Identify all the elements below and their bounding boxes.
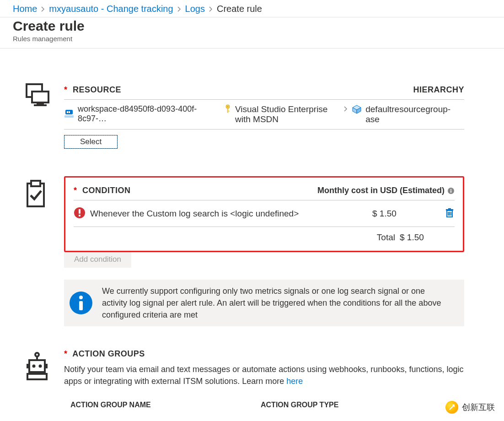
svg-rect-29 <box>29 360 45 372</box>
svg-rect-27 <box>79 301 83 310</box>
add-condition-button: Add condition <box>64 251 131 268</box>
condition-total-row: Total $ 1.50 <box>74 227 455 251</box>
svg-rect-22 <box>448 208 451 209</box>
chevron-right-icon <box>343 104 348 112</box>
watermark-icon <box>445 401 458 414</box>
resource-section: * RESOURCE HIERARCHY workspace- <box>23 81 481 149</box>
resource-icon <box>23 82 52 108</box>
resource-workspace-name: workspace-d84950f8-d093-400f-8c97-… <box>78 104 224 124</box>
svg-rect-2 <box>37 103 44 104</box>
resource-title-label: RESOURCE <box>73 85 121 94</box>
resource-title: * RESOURCE <box>64 85 121 95</box>
required-star: * <box>64 349 68 358</box>
svg-rect-10 <box>227 108 228 113</box>
svg-point-35 <box>35 353 39 356</box>
chevron-right-icon <box>177 6 182 12</box>
breadcrumb-home[interactable]: Home <box>13 4 37 14</box>
svg-rect-5 <box>67 111 68 113</box>
condition-title-label: CONDITION <box>82 186 131 195</box>
hierarchy-resource-group: defaultresourcegroup-ase <box>365 104 464 124</box>
svg-rect-16 <box>450 189 451 190</box>
robot-icon <box>23 351 51 380</box>
watermark: 创新互联 <box>441 398 499 416</box>
svg-rect-3 <box>34 104 47 106</box>
page-header: Create rule Rules management <box>0 17 504 49</box>
condition-highlight: * CONDITION Monthly cost in USD (Estimat… <box>64 176 464 252</box>
total-value: $ 1.50 <box>400 232 436 243</box>
info-icon[interactable] <box>447 187 455 194</box>
watermark-text: 创新互联 <box>462 402 495 413</box>
page-subtitle: Rules management <box>13 35 491 43</box>
svg-rect-6 <box>69 111 70 113</box>
clipboard-check-icon <box>23 180 48 208</box>
breadcrumb: Home mxyausauto - Change tracking Logs C… <box>0 0 504 17</box>
svg-rect-21 <box>446 209 453 210</box>
svg-rect-1 <box>32 92 48 103</box>
key-icon <box>224 104 231 115</box>
monthly-cost-label: Monthly cost in USD (Estimated) <box>317 186 445 195</box>
breadcrumb-current: Create rule <box>217 4 262 14</box>
learn-more-link[interactable]: here <box>286 377 303 386</box>
condition-row[interactable]: Whenever the Custom log search is <logic… <box>74 200 455 227</box>
svg-point-9 <box>227 106 229 108</box>
svg-point-32 <box>32 365 36 368</box>
chevron-right-icon <box>41 6 45 12</box>
svg-rect-13 <box>31 181 40 186</box>
breadcrumb-logs[interactable]: Logs <box>185 4 205 14</box>
svg-rect-30 <box>27 364 29 368</box>
hierarchy-subscription: Visual Studio Enterprise with MSDN <box>235 104 340 124</box>
select-resource-button[interactable]: Select <box>64 135 118 149</box>
condition-info-text: We currently support configuring only tw… <box>97 280 464 326</box>
action-group-table-headers: ACTION GROUP NAME ACTION GROUP TYPE <box>64 401 464 409</box>
info-icon <box>69 291 93 315</box>
condition-info-box: We currently support configuring only tw… <box>64 280 464 326</box>
svg-rect-19 <box>79 215 80 216</box>
action-groups-title-label: ACTION GROUPS <box>72 349 145 358</box>
svg-rect-31 <box>45 364 48 368</box>
action-group-type-header: ACTION GROUP TYPE <box>261 401 338 409</box>
resource-group-icon <box>352 104 362 116</box>
page-title: Create rule <box>13 18 491 34</box>
svg-point-28 <box>79 296 83 299</box>
svg-rect-7 <box>64 115 74 118</box>
hierarchy-title: HIERARCHY <box>413 85 464 95</box>
action-groups-title: * ACTION GROUPS <box>64 349 464 361</box>
breadcrumb-automation[interactable]: mxyausauto - Change tracking <box>49 4 173 14</box>
workspace-icon <box>64 109 74 119</box>
resource-row: workspace-d84950f8-d093-400f-8c97-… <box>64 100 464 130</box>
svg-rect-15 <box>450 190 451 193</box>
alert-icon <box>74 207 86 220</box>
required-star: * <box>74 186 77 195</box>
condition-cost: $ 1.50 <box>372 209 436 219</box>
condition-text: Whenever the Custom log search is <logic… <box>90 209 372 219</box>
condition-title: * CONDITION <box>74 186 131 195</box>
svg-point-33 <box>39 365 42 368</box>
svg-rect-18 <box>79 209 80 214</box>
svg-rect-11 <box>228 111 230 112</box>
condition-section: * CONDITION Monthly cost in USD (Estimat… <box>23 176 481 326</box>
required-star: * <box>64 85 68 94</box>
chevron-right-icon <box>209 6 213 12</box>
action-groups-description: Notify your team via email and text mess… <box>64 361 464 387</box>
action-groups-description-text: Notify your team via email and text mess… <box>64 365 463 386</box>
action-group-name-header: ACTION GROUP NAME <box>64 401 261 409</box>
delete-condition-button[interactable] <box>436 208 455 219</box>
monthly-cost-header: Monthly cost in USD (Estimated) <box>317 186 455 195</box>
action-groups-section: * ACTION GROUPS Notify your team via ema… <box>23 349 481 409</box>
svg-rect-36 <box>27 374 47 379</box>
total-label: Total <box>377 232 395 243</box>
